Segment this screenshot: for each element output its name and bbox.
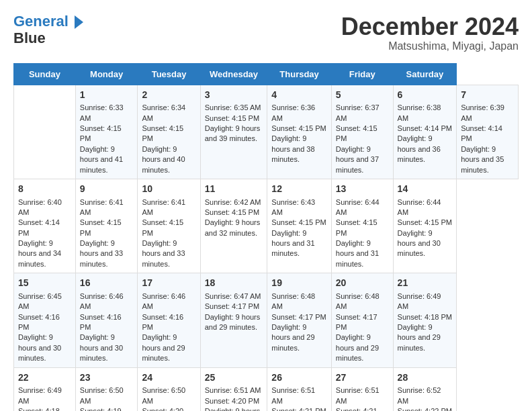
day-number: 25 bbox=[205, 371, 263, 385]
logo-text-line1: General bbox=[13, 13, 69, 30]
daylight-text: Daylight: 9 hours and 31 minutes. bbox=[271, 229, 314, 258]
sunset-text: Sunset: 4:16 PM bbox=[80, 313, 122, 331]
calendar-cell: 15Sunrise: 6:45 AMSunset: 4:16 PMDayligh… bbox=[14, 273, 76, 367]
sunset-text: Sunset: 4:15 PM bbox=[271, 124, 326, 132]
sunset-text: Sunset: 4:20 PM bbox=[205, 397, 259, 405]
sunset-text: Sunset: 4:15 PM bbox=[398, 218, 452, 226]
day-number: 1 bbox=[80, 89, 134, 102]
day-number: 16 bbox=[80, 277, 134, 290]
sunset-text: Sunset: 4:21 PM bbox=[271, 407, 326, 411]
day-number: 19 bbox=[271, 277, 326, 290]
daylight-text: Daylight: 9 hours and 37 minutes. bbox=[336, 145, 379, 174]
calendar-cell: 6Sunrise: 6:38 AMSunset: 4:14 PMDaylight… bbox=[393, 85, 457, 179]
sunset-text: Sunset: 4:22 PM bbox=[398, 407, 452, 411]
sunset-text: Sunset: 4:18 PM bbox=[18, 407, 60, 411]
sunrise-text: Sunrise: 6:37 AM bbox=[336, 103, 380, 122]
calendar-cell: 11Sunrise: 6:42 AMSunset: 4:15 PMDayligh… bbox=[200, 179, 267, 273]
sunset-text: Sunset: 4:17 PM bbox=[271, 313, 326, 321]
calendar-table: SundayMondayTuesdayWednesdayThursdayFrid… bbox=[13, 63, 519, 411]
calendar-cell: 24Sunrise: 6:50 AMSunset: 4:20 PMDayligh… bbox=[138, 367, 200, 411]
day-number: 21 bbox=[398, 277, 453, 290]
day-number: 4 bbox=[271, 89, 326, 102]
logo-arrow-shape bbox=[75, 15, 83, 29]
title-block: December 2024 Matsushima, Miyagi, Japan bbox=[341, 13, 519, 52]
sunrise-text: Sunrise: 6:50 AM bbox=[80, 386, 124, 404]
daylight-text: Daylight: 9 hours and 30 minutes. bbox=[80, 333, 123, 362]
daylight-text: Daylight: 9 hours and 30 minutes. bbox=[18, 333, 61, 362]
page-header: General Blue December 2024 Matsushima, M… bbox=[13, 13, 519, 52]
daylight-text: Daylight: 9 hours and 31 minutes. bbox=[336, 239, 379, 268]
calendar-cell: 23Sunrise: 6:50 AMSunset: 4:19 PMDayligh… bbox=[75, 367, 138, 411]
sunset-text: Sunset: 4:15 PM bbox=[142, 218, 183, 236]
calendar-header-row: SundayMondayTuesdayWednesdayThursdayFrid… bbox=[14, 63, 519, 85]
calendar-cell bbox=[14, 85, 76, 179]
sunrise-text: Sunrise: 6:41 AM bbox=[80, 198, 124, 216]
header-thursday: Thursday bbox=[267, 63, 331, 85]
header-sunday: Sunday bbox=[14, 63, 76, 85]
day-number: 9 bbox=[80, 183, 134, 196]
calendar-cell: 22Sunrise: 6:49 AMSunset: 4:18 PMDayligh… bbox=[14, 367, 76, 411]
calendar-cell: 19Sunrise: 6:48 AMSunset: 4:17 PMDayligh… bbox=[267, 273, 331, 367]
day-number: 10 bbox=[142, 183, 195, 196]
daylight-text: Daylight: 9 hours and 29 minutes. bbox=[336, 333, 379, 362]
sunrise-text: Sunrise: 6:51 AM bbox=[205, 386, 261, 394]
calendar-cell: 21Sunrise: 6:49 AMSunset: 4:18 PMDayligh… bbox=[393, 273, 457, 367]
header-tuesday: Tuesday bbox=[138, 63, 200, 85]
day-number: 7 bbox=[461, 89, 514, 102]
calendar-cell: 10Sunrise: 6:41 AMSunset: 4:15 PMDayligh… bbox=[138, 179, 200, 273]
sunrise-text: Sunrise: 6:41 AM bbox=[142, 198, 185, 216]
header-friday: Friday bbox=[331, 63, 393, 85]
daylight-text: Daylight: 9 hours and 29 minutes. bbox=[271, 323, 314, 352]
sunset-text: Sunset: 4:15 PM bbox=[142, 124, 183, 142]
calendar-cell: 25Sunrise: 6:51 AMSunset: 4:20 PMDayligh… bbox=[200, 367, 267, 411]
sunrise-text: Sunrise: 6:38 AM bbox=[398, 103, 441, 122]
calendar-cell: 27Sunrise: 6:51 AMSunset: 4:21 PMDayligh… bbox=[331, 367, 393, 411]
daylight-text: Daylight: 9 hours and 32 minutes. bbox=[205, 218, 261, 236]
daylight-text: Daylight: 9 hours and 29 minutes. bbox=[142, 333, 185, 362]
daylight-text: Daylight: 9 hours and 41 minutes. bbox=[80, 145, 123, 174]
day-number: 20 bbox=[336, 277, 389, 290]
day-number: 22 bbox=[18, 371, 71, 385]
day-number: 6 bbox=[398, 89, 453, 102]
sunset-text: Sunset: 4:17 PM bbox=[205, 302, 259, 310]
day-number: 26 bbox=[271, 371, 326, 385]
daylight-text: Daylight: 9 hours and 38 minutes. bbox=[271, 134, 314, 163]
sunrise-text: Sunrise: 6:50 AM bbox=[142, 386, 185, 404]
sunset-text: Sunset: 4:20 PM bbox=[142, 407, 183, 411]
sunset-text: Sunset: 4:15 PM bbox=[205, 114, 259, 122]
day-number: 17 bbox=[142, 277, 195, 290]
calendar-cell: 5Sunrise: 6:37 AMSunset: 4:15 PMDaylight… bbox=[331, 85, 393, 179]
sunrise-text: Sunrise: 6:33 AM bbox=[80, 103, 124, 122]
day-number: 27 bbox=[336, 371, 389, 385]
sunrise-text: Sunrise: 6:51 AM bbox=[336, 386, 380, 404]
sunrise-text: Sunrise: 6:39 AM bbox=[461, 103, 504, 122]
header-saturday: Saturday bbox=[393, 63, 457, 85]
logo: General Blue bbox=[13, 13, 83, 47]
page-title: December 2024 bbox=[341, 13, 519, 40]
sunrise-text: Sunrise: 6:51 AM bbox=[271, 386, 315, 404]
day-number: 15 bbox=[18, 277, 71, 290]
calendar-cell: 16Sunrise: 6:46 AMSunset: 4:16 PMDayligh… bbox=[75, 273, 138, 367]
daylight-text: Daylight: 9 hours and 36 minutes. bbox=[398, 134, 441, 163]
calendar-cell: 7Sunrise: 6:39 AMSunset: 4:14 PMDaylight… bbox=[457, 85, 519, 179]
sunset-text: Sunset: 4:15 PM bbox=[80, 218, 122, 236]
sunrise-text: Sunrise: 6:40 AM bbox=[18, 198, 62, 216]
sunrise-text: Sunrise: 6:44 AM bbox=[336, 198, 380, 216]
day-number: 2 bbox=[142, 89, 195, 102]
sunset-text: Sunset: 4:15 PM bbox=[205, 208, 259, 216]
daylight-text: Daylight: 9 hours and 33 minutes. bbox=[142, 239, 185, 268]
sunset-text: Sunset: 4:19 PM bbox=[80, 407, 122, 411]
calendar-cell: 20Sunrise: 6:48 AMSunset: 4:17 PMDayligh… bbox=[331, 273, 393, 367]
week-row: 1Sunrise: 6:33 AMSunset: 4:15 PMDaylight… bbox=[14, 85, 519, 179]
sunrise-text: Sunrise: 6:49 AM bbox=[398, 292, 441, 310]
sunrise-text: Sunrise: 6:43 AM bbox=[271, 198, 315, 216]
sunset-text: Sunset: 4:17 PM bbox=[336, 313, 378, 331]
daylight-text: Daylight: 9 hours and 29 minutes. bbox=[205, 313, 261, 331]
day-number: 13 bbox=[336, 183, 389, 196]
calendar-cell: 9Sunrise: 6:41 AMSunset: 4:15 PMDaylight… bbox=[75, 179, 138, 273]
calendar-cell: 13Sunrise: 6:44 AMSunset: 4:15 PMDayligh… bbox=[331, 179, 393, 273]
calendar-cell: 17Sunrise: 6:46 AMSunset: 4:16 PMDayligh… bbox=[138, 273, 200, 367]
day-number: 12 bbox=[271, 183, 326, 196]
daylight-text: Daylight: 9 hours and 40 minutes. bbox=[142, 145, 185, 174]
daylight-text: Daylight: 9 hours and 35 minutes. bbox=[461, 145, 504, 174]
